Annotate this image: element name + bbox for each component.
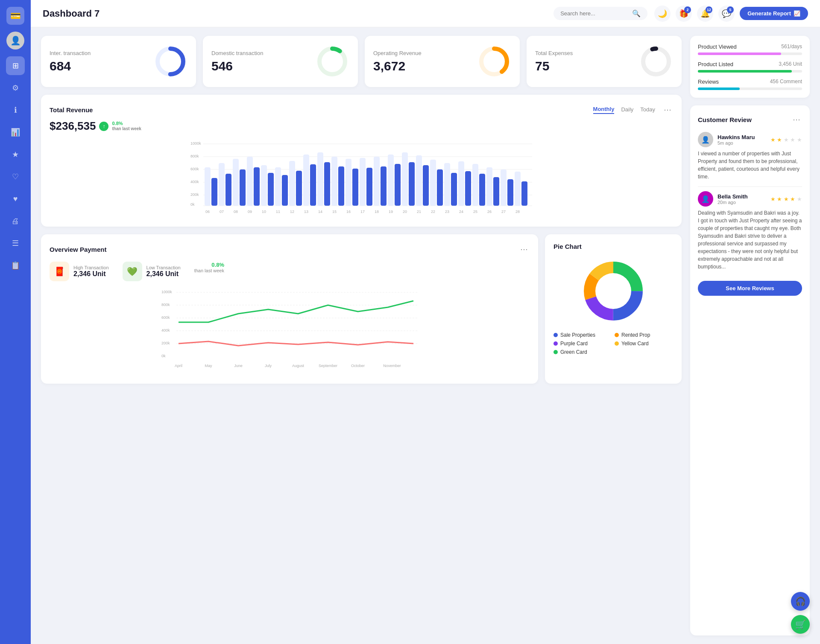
legend-label-green: Green Card [560,349,587,355]
svg-rect-47 [268,173,274,206]
total-revenue-card: Total Revenue Monthly Daily Today ⋯ $236… [41,95,682,227]
review-stars-0: ★ ★ ★ ★ ★ [770,137,802,143]
svg-rect-24 [261,165,267,206]
high-transaction-label: High Transaction [73,265,109,270]
svg-point-6 [643,49,669,74]
svg-text:April: April [175,364,182,368]
sidebar-item-dashboard[interactable]: ⊞ [6,56,25,75]
svg-text:27: 27 [501,210,506,214]
svg-rect-21 [219,163,225,206]
svg-text:08: 08 [234,210,238,214]
sidebar-item-heart-outline[interactable]: ♡ [6,167,25,186]
review-text-1: Dealing with Syamsudin and Bakri was a j… [698,209,802,271]
pie-chart-svg [579,257,647,325]
legend-dot-sale [554,333,558,337]
bell-icon-button[interactable]: 🔔 12 [697,6,713,22]
svg-text:15: 15 [332,210,337,214]
reviews-more-button[interactable]: ⋯ [791,113,802,126]
star-5b: ★ [797,196,802,202]
sidebar-item-print[interactable]: 🖨 [6,212,25,230]
bar-chart-icon: 📈 [794,10,800,17]
svg-text:July: July [265,364,272,368]
metric-listed-fill [698,70,792,73]
stat-card-expenses-info: Total Expenses 75 [535,50,573,73]
transaction-pct-value: 0.8% [211,262,224,268]
svg-rect-52 [338,166,344,206]
low-transaction-badge: 💚 Low Transaction 2,346 Unit [123,262,181,281]
sidebar-item-info[interactable]: ℹ [6,101,25,119]
transaction-cards: 🧧 High Transaction 2,346 Unit 💚 Low Tran… [50,262,530,281]
gift-icon-button[interactable]: 🎁 2 [676,6,692,22]
svg-rect-44 [226,174,231,206]
stat-card-domestic-transaction: Domestic transaction 546 [203,36,358,87]
svg-rect-33 [388,154,394,206]
svg-text:0k: 0k [190,202,195,207]
reviews-title: Customer Review [698,116,752,123]
transaction-pct-sub: than last week [194,268,224,273]
theme-toggle-button[interactable]: 🌙 [654,6,671,22]
svg-text:12: 12 [290,210,294,214]
star-1: ★ [770,137,776,143]
sidebar-item-list[interactable]: ☰ [6,234,25,253]
sidebar-item-star[interactable]: ★ [6,145,25,164]
review-text-0: I viewed a number of properties with Jus… [698,150,802,181]
headset-fab-button[interactable]: 🎧 [791,592,810,611]
star-2b: ★ [777,196,782,202]
review-item-1: 👤 Bella Smith 20m ago ★ ★ ★ ★ ★ [698,191,802,271]
overview-payment-title: Overview Payment [50,246,106,253]
revenue-more-button[interactable]: ⋯ [662,103,673,116]
cart-fab-button[interactable]: 🛒 [791,615,810,634]
transaction-pct: 0.8% than last week [194,262,224,273]
reviewer-name-1: Bella Smith [718,193,766,200]
svg-rect-43 [211,178,217,206]
sidebar-item-heart-filled[interactable]: ♥ [6,189,25,208]
tab-monthly[interactable]: Monthly [593,106,615,114]
svg-text:400k: 400k [190,180,199,184]
low-transaction-value: 2,346 Unit [146,270,181,278]
svg-text:13: 13 [304,210,308,214]
legend-label-rented: Rented Prop [621,332,650,338]
sidebar-item-settings[interactable]: ⚙ [6,79,25,97]
header-icons: 🌙 🎁 2 🔔 12 💬 5 Generate Report 📈 [654,6,808,22]
legend-green-card: Green Card [554,349,612,355]
svg-rect-41 [501,169,507,206]
svg-text:August: August [292,364,305,368]
sidebar-logo[interactable]: 💳 [6,7,24,25]
review-time-0: 5m ago [718,140,766,146]
svg-text:07: 07 [220,210,224,214]
legend-dot-green [554,350,558,354]
svg-text:May: May [205,364,212,368]
tab-daily[interactable]: Daily [621,106,633,114]
revenue-badge: 0.8% than last week [112,121,141,131]
sidebar-item-document[interactable]: 📋 [6,256,25,275]
user-avatar[interactable]: 👤 [6,32,24,50]
search-bar[interactable]: 🔍 [554,7,647,20]
svg-rect-56 [395,164,401,206]
svg-text:600k: 600k [161,315,170,320]
svg-rect-54 [366,168,372,206]
overview-more-button[interactable]: ⋯ [518,243,530,256]
see-more-reviews-button[interactable]: See More Reviews [698,281,802,296]
pie-chart-card: Pie Chart [545,234,682,384]
metric-reviews-bar [698,87,802,90]
svg-rect-25 [275,167,281,206]
svg-rect-55 [381,166,387,206]
svg-rect-62 [479,174,485,206]
revenue-pct-sub: than last week [112,126,141,131]
generate-report-button[interactable]: Generate Report 📈 [740,7,808,20]
review-time-1: 20m ago [718,200,766,205]
svg-rect-31 [360,158,366,206]
revenue-chart-tabs: Monthly Daily Today ⋯ [593,103,673,116]
svg-rect-49 [296,171,302,206]
svg-rect-28 [317,152,323,206]
metric-product-viewed: Product Viewed 561/days [698,44,802,55]
pie-legend: Sale Properties Rented Prop Purple Card [554,332,673,355]
tab-today[interactable]: Today [640,106,655,114]
sidebar: 💳 👤 ⊞ ⚙ ℹ 📊 ★ ♡ ♥ 🖨 ☰ 📋 [0,0,31,644]
search-input[interactable] [560,10,629,17]
svg-text:1000k: 1000k [161,290,172,294]
sidebar-item-chart[interactable]: 📊 [6,123,25,142]
chat-icon-button[interactable]: 💬 5 [718,6,735,22]
legend-label-yellow: Yellow Card [621,341,649,347]
star-3: ★ [784,137,789,143]
